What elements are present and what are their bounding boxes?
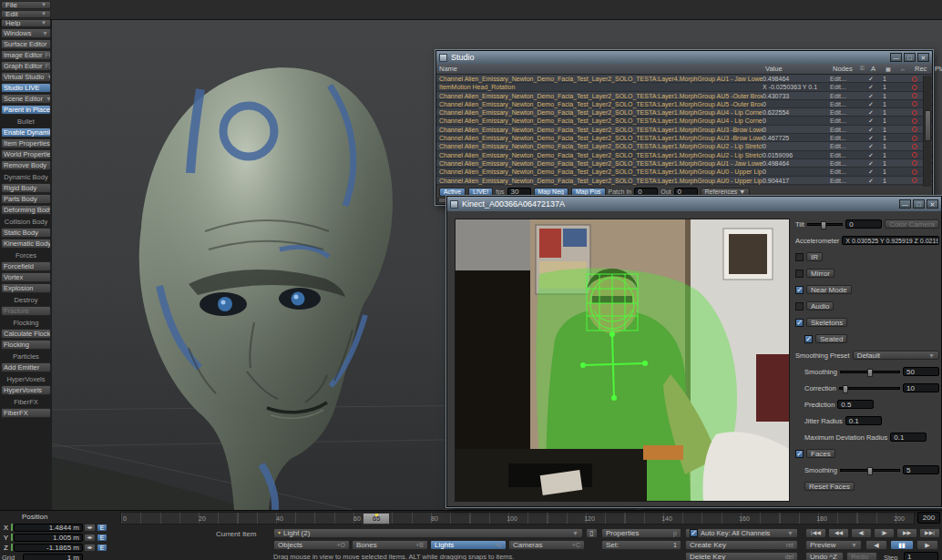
record-icon[interactable]: [912, 144, 917, 149]
channel-value[interactable]: 0: [763, 126, 830, 134]
sidebar-item-image-editor[interactable]: Image EditorF6: [1, 50, 51, 60]
channel-enabled-check[interactable]: ✓: [868, 151, 883, 159]
sidebar-item-vortex[interactable]: Vortex: [1, 272, 51, 282]
sidebar-item-world-properties[interactable]: World Properties: [1, 149, 51, 159]
stepper-icon[interactable]: ◂▸: [84, 544, 96, 552]
nodes-edit-button[interactable]: Edit...: [830, 159, 857, 168]
timeline-ruler[interactable]: 020406080100120140160180200 65: [120, 512, 915, 524]
channel-row[interactable]: Channel Alien_Emissary_Newton_Demo_Facia…: [436, 126, 932, 134]
properties-button[interactable]: Propertiesp: [601, 528, 681, 538]
redo-button[interactable]: Redo: [846, 552, 877, 560]
column-header-play[interactable]: Play: [932, 65, 942, 73]
kinect-skeletons-checkbox[interactable]: ✓: [795, 319, 804, 327]
position-mode-label[interactable]: Position: [22, 513, 104, 521]
slider-handle[interactable]: [843, 385, 848, 393]
nodes-edit-button[interactable]: Edit...: [830, 108, 857, 117]
sidebar-item-virtual-studio[interactable]: Virtual Studio▼: [1, 72, 51, 82]
channel-value[interactable]: 0.498464: [763, 159, 830, 168]
kinect-audio-label[interactable]: Audio: [806, 301, 834, 311]
select-cameras-button[interactable]: Cameras+C: [508, 540, 585, 550]
channel-row[interactable]: Channel Alien_Emissary_Newton_Demo_Facia…: [436, 142, 932, 150]
auto-key-checkbox[interactable]: ✓: [690, 529, 698, 537]
channel-enabled-check[interactable]: ✓: [868, 159, 883, 168]
kinect-correction-value[interactable]: 10: [903, 383, 939, 392]
sidebar-item-rigid-body[interactable]: Rigid Body: [1, 183, 51, 193]
sidebar-item-fiberfx[interactable]: FiberFX: [1, 408, 51, 418]
kinect-smoothing-value[interactable]: 5: [903, 465, 939, 474]
record-icon[interactable]: [912, 169, 917, 175]
close-icon[interactable]: ✕: [917, 53, 929, 62]
sidebar-item-fracture[interactable]: Fracture: [1, 306, 51, 316]
footer-value-field[interactable]: 30: [507, 188, 531, 197]
channel-row[interactable]: Channel Alien_Emissary_Newton_Demo_Facia…: [436, 151, 932, 159]
sidebar-item-parent-in-place[interactable]: Parent in Place: [1, 105, 51, 115]
channel-row[interactable]: Channel Alien_Emissary_Newton_Demo_Facia…: [436, 168, 932, 176]
kinect-smoothing-value[interactable]: 50: [903, 367, 939, 376]
select-bones-button[interactable]: Bones+B: [352, 540, 428, 550]
sidebar-item-enable-dynamics[interactable]: Enable Dynamics: [1, 127, 51, 137]
channel-enabled-check[interactable]: ✓: [868, 134, 883, 142]
menu-edit[interactable]: Edit▼: [1, 10, 51, 18]
end-frame-field[interactable]: 200: [917, 512, 940, 524]
menu-help[interactable]: Help▼: [1, 19, 51, 27]
kinect-near-mode-label[interactable]: Near Mode: [806, 285, 852, 294]
kinect-smoothing-slider[interactable]: [840, 469, 900, 472]
grid-icon[interactable]: ▦: [883, 66, 897, 72]
envelope-button[interactable]: E: [97, 544, 108, 552]
nodes-edit-button[interactable]: Edit...: [830, 168, 857, 176]
column-header-a[interactable]: A: [868, 65, 883, 73]
nodes-edit-button[interactable]: Edit...: [830, 92, 857, 100]
sidebar-item-flocking[interactable]: Flocking: [1, 340, 51, 350]
sidebar-item-calculate-flocks[interactable]: Calculate Flocks: [1, 329, 51, 339]
set-field[interactable]: Set:1: [601, 540, 681, 550]
minimize-icon[interactable]: —: [890, 53, 902, 62]
step-value-field[interactable]: 1: [904, 552, 938, 560]
studio-vertical-scrollbar[interactable]: [923, 76, 931, 187]
channel-value[interactable]: 0.498464: [763, 75, 830, 83]
record-icon[interactable]: [912, 127, 917, 132]
channel-enabled-check[interactable]: ✓: [868, 168, 883, 176]
kinect-tilt-value[interactable]: 0: [845, 219, 882, 229]
channel-row[interactable]: Channel Alien_Emissary_Newton_Demo_Facia…: [436, 117, 932, 125]
channel-enabled-check[interactable]: ✓: [868, 75, 883, 83]
preview-dropdown[interactable]: Preview▼: [805, 540, 862, 550]
kinect-correction-slider[interactable]: [839, 387, 900, 390]
go-first-frame[interactable]: |◀◀: [805, 528, 826, 538]
sidebar-item-explosion[interactable]: Explosion: [1, 283, 51, 293]
prev-frame[interactable]: ◀|: [851, 528, 872, 538]
footer-button-live[interactable]: LIVE!: [468, 188, 493, 197]
kinect-seated-checkbox[interactable]: ✓: [804, 335, 813, 343]
envelope-button[interactable]: E: [97, 534, 108, 542]
channel-value[interactable]: 0: [763, 168, 830, 176]
kinect-prediction-field[interactable]: 0.5: [837, 400, 874, 409]
column-header-value[interactable]: Value: [763, 65, 830, 73]
minimize-icon[interactable]: —: [899, 199, 911, 209]
footer-button-references[interactable]: References ▼: [701, 188, 751, 197]
position-x-value[interactable]: 1.4844 m: [14, 524, 83, 532]
channel-enabled-check[interactable]: ✓: [868, 117, 883, 125]
kinect-smoothing-slider[interactable]: [840, 371, 900, 373]
channel-row[interactable]: Channel Alien_Emissary_Newton_Demo_Facia…: [436, 159, 932, 168]
record-icon[interactable]: [912, 76, 917, 82]
sidebar-item-remove-body[interactable]: Remove Body: [1, 160, 51, 170]
record-icon[interactable]: [912, 110, 917, 116]
footer-button-active[interactable]: Active: [439, 188, 466, 197]
sidebar-item-studio-live[interactable]: Studio LIVE: [1, 83, 51, 93]
channel-value[interactable]: 0.430733: [763, 92, 830, 100]
sidebar-item-kinematic-body[interactable]: Kinematic Body: [1, 239, 51, 249]
nodes-edit-button[interactable]: Edit...: [830, 177, 857, 185]
channel-row[interactable]: Channel Alien_Emissary_Newton_Demo_Facia…: [436, 75, 932, 83]
record-icon[interactable]: [912, 160, 917, 166]
record-icon[interactable]: [912, 101, 917, 107]
channel-row[interactable]: Channel Alien_Emissary_Newton_Demo_Facia…: [436, 108, 932, 117]
select-objects-button[interactable]: Objects+O: [273, 540, 350, 550]
select-lights-button[interactable]: Lights+L: [430, 540, 507, 550]
kinect-audio-checkbox[interactable]: [795, 302, 804, 311]
footer-button-map-neg[interactable]: Map Neg: [534, 188, 568, 197]
slider-handle[interactable]: [867, 467, 873, 475]
maximize-icon[interactable]: □: [913, 199, 925, 209]
prev-keyframe[interactable]: ◀◀: [828, 528, 849, 538]
channel-enabled-check[interactable]: ✓: [868, 100, 883, 108]
kinect-smoothing-preset-dropdown[interactable]: Default▼: [853, 351, 939, 360]
studio-titlebar[interactable]: Studio — □ ✕: [436, 51, 932, 64]
